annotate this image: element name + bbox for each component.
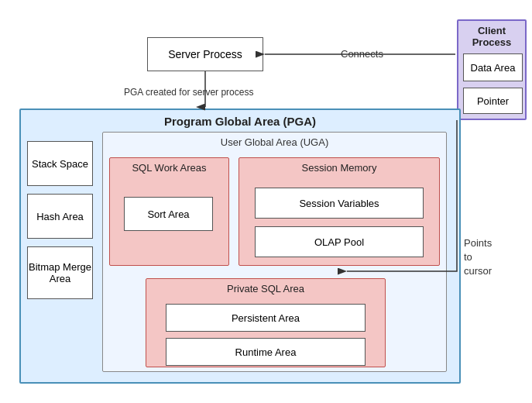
- data-area-box: Data Area: [463, 53, 523, 81]
- runtime-area-box: Runtime Area: [166, 338, 366, 366]
- olap-pool-label: OLAP Pool: [314, 236, 364, 248]
- pointer-box: Pointer: [463, 88, 523, 114]
- sql-work-areas-box: SQL Work Areas Sort Area: [109, 157, 229, 266]
- hash-area-box: Hash Area: [27, 194, 93, 239]
- hash-area-label: Hash Area: [36, 211, 84, 222]
- pga-created-label: PGA created for server process: [124, 87, 253, 98]
- client-process-title: Client Process: [458, 25, 525, 48]
- pga-box: Program Global Area (PGA) Stack Space Ha…: [19, 108, 461, 384]
- uga-box: User Global Area (UGA) SQL Work Areas So…: [102, 132, 447, 372]
- client-process-box: Client Process Data Area Pointer: [457, 19, 527, 120]
- persistent-area-label: Persistent Area: [232, 312, 300, 324]
- uga-title: User Global Area (UGA): [103, 136, 446, 148]
- private-sql-area-box: Private SQL Area Persistent Area Runtime…: [146, 278, 386, 367]
- points-to-cursor-label: Points to cursor: [464, 236, 492, 279]
- stack-space-label: Stack Space: [32, 158, 88, 170]
- connects-label: Connects: [341, 48, 383, 60]
- stack-space-box: Stack Space: [27, 141, 93, 186]
- diagram-container: Server Process PGA created for server pr…: [0, 0, 532, 403]
- data-area-label: Data Area: [471, 62, 516, 74]
- sort-area-box: Sort Area: [124, 197, 213, 231]
- persistent-area-box: Persistent Area: [166, 304, 366, 332]
- session-variables-box: Session Variables: [255, 188, 424, 219]
- sort-area-label: Sort Area: [147, 208, 189, 220]
- olap-pool-box: OLAP Pool: [255, 226, 424, 257]
- runtime-area-label: Runtime Area: [235, 346, 297, 358]
- pointer-label: Pointer: [477, 95, 509, 107]
- bitmap-merge-area-label: Bitmap Merge Area: [28, 261, 92, 284]
- sql-work-areas-title: SQL Work Areas: [110, 162, 228, 174]
- pga-title: Program Global Area (PGA): [21, 115, 459, 128]
- server-process-box: Server Process: [147, 37, 263, 71]
- bitmap-merge-area-box: Bitmap Merge Area: [27, 246, 93, 299]
- session-memory-box: Session Memory Session Variables OLAP Po…: [239, 157, 440, 266]
- server-process-label: Server Process: [168, 48, 242, 60]
- session-memory-title: Session Memory: [239, 162, 439, 174]
- session-variables-label: Session Variables: [299, 198, 379, 209]
- private-sql-area-title: Private SQL Area: [146, 283, 385, 294]
